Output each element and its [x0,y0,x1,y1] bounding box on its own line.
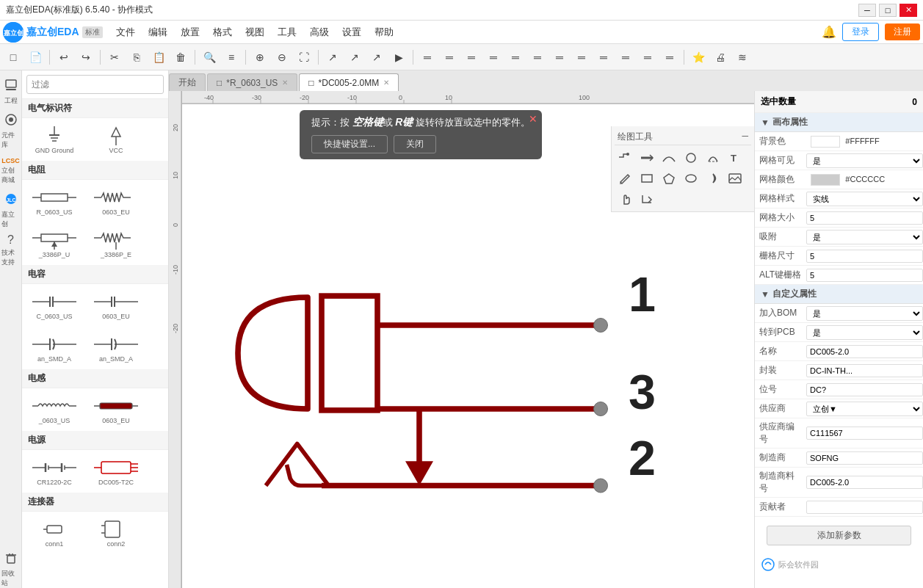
comp-cap2[interactable]: 0603_EU [87,287,145,324]
star-button[interactable]: ⭐ [688,48,709,67]
tab-dc005[interactable]: □ *DC005-2.0MM ✕ [299,73,399,91]
mfr-pn-input[interactable] [806,476,923,489]
copy-button[interactable]: ⎘ [126,48,147,67]
mfr-input[interactable] [806,451,923,465]
tb-extra-1[interactable]: ↗ [322,48,343,67]
contributor-input[interactable] [806,501,923,514]
comp-pot2[interactable]: _3386P_E [87,225,145,262]
draw-tools-minimize[interactable]: ─ [742,131,748,143]
comp-ind1[interactable]: _0603_US [25,391,84,428]
grid-size-input[interactable] [806,211,923,225]
tool-corner[interactable] [637,189,657,208]
bell-icon[interactable]: 🔔 [822,25,836,39]
tb-extra-4[interactable]: ▶ [388,48,409,67]
comp-ind2[interactable]: 0603_EU [87,391,145,428]
package-input[interactable] [806,364,923,377]
menu-advanced[interactable]: 高级 [304,23,335,42]
layers-button[interactable]: ≋ [732,48,753,67]
name-input[interactable] [806,345,923,358]
close-button[interactable]: ✕ [900,4,917,17]
tb-line-5[interactable]: ═ [505,48,526,67]
menu-format[interactable]: 格式 [207,23,238,42]
component-scroll[interactable]: 电气标识符 GND Ground VCC 电阻 [22,99,168,588]
cut-button[interactable]: ✂ [104,48,125,67]
grid-style-select[interactable]: 实线虚线点线 [806,192,923,206]
menu-help[interactable]: 帮助 [369,23,399,42]
comp-con1[interactable]: conn1 [25,515,84,551]
tool-ellipse[interactable] [681,169,701,188]
menu-edit[interactable]: 编辑 [142,23,173,42]
search-button[interactable]: 🔍 [199,48,220,67]
tb-line-4[interactable]: ═ [483,48,504,67]
tb-line-9[interactable]: ═ [593,48,614,67]
tb-line-6[interactable]: ═ [527,48,548,67]
login-button[interactable]: 登录 [842,23,879,41]
sidebar-item-jlc[interactable]: JLC 嘉立创 [1,192,21,229]
sidebar-item-store[interactable]: LCSC 立创商城 [1,153,21,189]
zoom-out-button[interactable]: ⊖ [272,48,292,67]
grid-unit-input[interactable] [806,250,923,263]
maximize-button[interactable]: □ [879,4,897,17]
paste-button[interactable]: 📋 [148,48,169,67]
tool-polygon[interactable] [659,169,679,188]
tool-bus[interactable] [637,148,657,167]
print-button[interactable]: 🖨 [710,48,731,67]
supplier-id-input[interactable] [806,427,923,440]
tb-extra-3[interactable]: ↗ [366,48,387,67]
refdes-input[interactable] [806,383,923,396]
tb-line-11[interactable]: ═ [637,48,658,67]
menu-place[interactable]: 放置 [175,23,206,42]
menu-settings[interactable]: 设置 [336,23,367,42]
tb-line-7[interactable]: ═ [549,48,570,67]
tab-start[interactable]: 开始 [169,73,206,91]
comp-gnd[interactable]: GND Ground [25,121,84,158]
bom-select[interactable]: 是否 [806,306,923,321]
tb-line-2[interactable]: ═ [439,48,460,67]
tb-line-8[interactable]: ═ [571,48,592,67]
hint-close-button2[interactable]: 关闭 [394,135,436,153]
canvas-area[interactable]: -40 -30 -20 -10 0 10 100 [169,91,754,588]
tab-dc005-close[interactable]: ✕ [383,79,389,87]
tb-extra-2[interactable]: ↗ [344,48,365,67]
comp-cap-smd2[interactable]: an_SMD_A [87,330,145,366]
tool-wire[interactable] [615,148,635,167]
alt-grid-input[interactable] [806,269,923,282]
grid-visible-select[interactable]: 是否 [806,153,923,168]
tool-pencil[interactable] [615,169,635,188]
hint-close-button[interactable]: ✕ [529,113,537,125]
filter-button[interactable]: ≡ [221,48,242,67]
comp-res2[interactable]: 0603_EU [87,183,145,219]
tool-curve[interactable] [659,148,679,167]
canvas-content[interactable]: 1 3 2 ✕ 提示：按 空格键或 R键 旋转待放置或选中的零件。 快捷键设置.… [182,104,754,588]
zoom-in-button[interactable]: ⊕ [250,48,270,67]
comp-cap-smd1[interactable]: an_SMD_A [25,330,84,366]
tool-rect[interactable] [637,169,657,188]
comp-pot1[interactable]: _3386P_U [25,225,84,262]
comp-vcc[interactable]: VCC [87,121,145,158]
undo-button[interactable]: ↩ [54,48,74,67]
tool-text[interactable]: T [725,148,745,167]
menu-view[interactable]: 视图 [239,23,270,42]
supplier-select[interactable]: 立创▼ [806,402,923,416]
comp-bat[interactable]: CR1220-2C [25,453,84,490]
redo-button[interactable]: ↪ [76,48,96,67]
sidebar-item-project[interactable]: 工程 [1,73,21,110]
tb-line-12[interactable]: ═ [659,48,680,67]
delete-button[interactable]: 🗑 [170,48,191,67]
menu-file[interactable]: 文件 [110,23,141,42]
sidebar-item-trash[interactable]: 回收站 [1,551,21,588]
comp-con2[interactable]: conn2 [87,515,145,551]
tool-circle[interactable] [681,148,701,167]
tb-line-3[interactable]: ═ [461,48,482,67]
comp-res1[interactable]: R_0603_US [25,183,84,219]
shortcut-settings-button[interactable]: 快捷键设置... [311,135,388,153]
snap-select[interactable]: 是否 [806,230,923,244]
comp-cap1[interactable]: C_0603_US [25,287,84,324]
filter-input[interactable] [26,75,164,94]
add-param-button[interactable]: 添加新参数 [767,526,911,545]
sidebar-item-components[interactable]: 元件库 [1,113,21,150]
new-button[interactable]: □ [3,48,23,67]
pcb-select[interactable]: 是否 [806,325,923,340]
comp-dc[interactable]: DC005-T2C [87,453,145,490]
tool-crescent[interactable] [703,169,723,188]
